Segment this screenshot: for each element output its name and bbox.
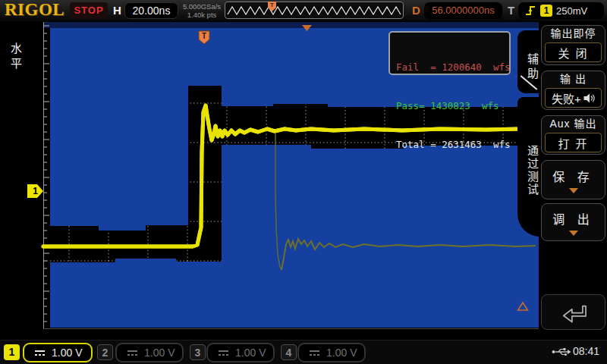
enter-arrow-icon (551, 299, 596, 326)
memory-depth: 1.40k pts (181, 11, 223, 19)
stop-on-output-button[interactable]: 关 闭 (545, 42, 602, 62)
trigger-level-value: 250mV (556, 5, 587, 17)
chevron-down-icon (569, 231, 578, 236)
delay-readout: 56.0000000ns (424, 2, 502, 19)
sample-rate: 5.000GSa/s (181, 2, 223, 11)
top-status-bar: RIGOL STOP H 20.00ns 5.000GSa/s 1.40k pt… (0, 0, 607, 21)
channel3-scale: 1.00 V (235, 347, 266, 359)
pass-count: Pass= 1430823 wfs (396, 99, 503, 112)
timebase-readout: 20.00ns (124, 2, 178, 19)
brand-logo: RIGOL (5, 0, 64, 20)
usb-icon (552, 347, 571, 357)
button-label: 保 存 (552, 167, 593, 185)
tab-pass-test[interactable]: 通过测试 (517, 97, 540, 237)
horizontal-menu-tab[interactable]: 水平 (8, 42, 24, 73)
trigger-source-badge: 1 (540, 5, 552, 17)
group-header: Aux 输出 (542, 116, 605, 132)
passfail-stats-box: Fail = 1200640 wfs Pass= 1430823 wfs Tot… (388, 31, 511, 75)
group-aux-output: Aux 输出 打 开 (541, 115, 605, 155)
output-fail-beep-button[interactable]: 失败+ (545, 88, 602, 108)
channel1-badge[interactable]: 1 (4, 344, 20, 360)
svg-text:T: T (202, 32, 206, 40)
fail-count: Fail = 1200640 wfs (396, 61, 503, 74)
dc-coupling-icon (310, 350, 319, 356)
group-header: 输 出 (542, 71, 605, 87)
channel1-scale-pill[interactable]: 1.00 V (23, 343, 93, 362)
grid-top-strip (43, 22, 539, 28)
recall-button[interactable]: 调 出 (541, 203, 605, 241)
enter-button[interactable] (541, 294, 605, 330)
dc-coupling-icon (127, 350, 137, 356)
button-label: 调 出 (552, 209, 593, 228)
aux-output-button[interactable]: 打 开 (545, 133, 602, 152)
button-label: 关 闭 (558, 45, 588, 61)
dc-coupling-icon (35, 350, 45, 356)
group-stop-on-output: 输出即停 关 闭 (541, 25, 605, 65)
speaker-icon (583, 93, 595, 104)
delay-label: D (412, 4, 420, 17)
chevron-down-icon (569, 188, 578, 193)
channel4-scale-pill[interactable]: 1.00 V (297, 343, 366, 362)
trigger-settings-readout: 1 250mV (518, 2, 604, 19)
channel2-scale: 1.00 V (144, 347, 175, 359)
channel3-badge[interactable]: 3 (190, 344, 206, 360)
channel4-badge[interactable]: 4 (281, 344, 297, 360)
acquisition-info: 5.000GSa/s 1.40k pts (181, 2, 223, 19)
channel2-scale-pill[interactable]: 1.00 V (115, 343, 184, 362)
trigger-label: T (508, 4, 514, 17)
run-state-indicator: STOP (70, 2, 108, 19)
softkey-menu: 输出即停 关 闭 输 出 失败+ Aux 输出 打 开 保 存 (539, 21, 607, 340)
channel2-badge[interactable]: 2 (97, 344, 113, 360)
ruler-ticks (44, 26, 49, 322)
oscilloscope-screen: T RIGOL STOP H 20.00ns 5.000GSa/s 1.40k … (0, 0, 607, 364)
save-button[interactable]: 保 存 (541, 160, 605, 199)
dc-coupling-icon (219, 350, 228, 356)
channel3-scale-pill[interactable]: 1.00 V (206, 343, 275, 362)
rising-edge-icon (524, 5, 536, 17)
group-header: 输出即停 (542, 26, 605, 42)
waveform-display: T (0, 0, 607, 364)
channel1-scale: 1.00 V (52, 347, 82, 359)
group-output: 输 出 失败+ (541, 71, 605, 110)
channel-status-bar: 1 1.00 V 2 1.00 V 3 1.00 V 4 1.00 V 08:4 (0, 340, 607, 364)
preview-waveform (226, 3, 402, 18)
horizontal-label: H (113, 4, 121, 17)
clock: 08:41 (573, 345, 599, 357)
waveform-preview-bar[interactable]: T (225, 2, 404, 19)
total-count: Total = 2631463 wfs (396, 138, 503, 151)
button-label: 失败+ (552, 90, 581, 106)
channel4-scale: 1.00 V (326, 347, 357, 359)
button-label: 打 开 (558, 135, 588, 151)
